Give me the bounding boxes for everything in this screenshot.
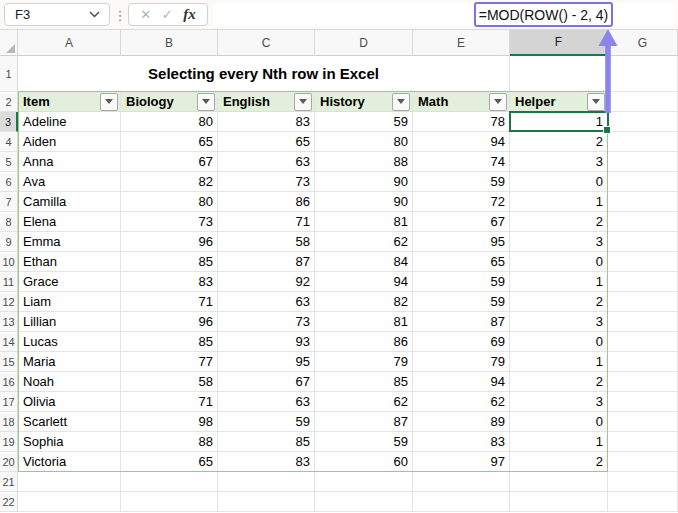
filter-button-english[interactable] bbox=[294, 93, 312, 111]
cell-A20[interactable]: Victoria bbox=[18, 452, 121, 472]
cell-G20[interactable] bbox=[608, 452, 678, 472]
cell-F11[interactable]: 1 bbox=[510, 272, 608, 292]
filter-button-biology[interactable] bbox=[197, 93, 215, 111]
cell-G17[interactable] bbox=[608, 392, 678, 412]
cell-B20[interactable]: 65 bbox=[121, 452, 218, 472]
column-header-A[interactable]: A bbox=[18, 30, 121, 56]
cell-G11[interactable] bbox=[608, 272, 678, 292]
cell-E8[interactable]: 67 bbox=[413, 212, 510, 232]
row-number-4[interactable]: 4 bbox=[0, 132, 18, 152]
cell-B12[interactable]: 71 bbox=[121, 292, 218, 312]
cell-C13[interactable]: 73 bbox=[218, 312, 315, 332]
cell-D4[interactable]: 80 bbox=[315, 132, 413, 152]
cell-A4[interactable]: Aiden bbox=[18, 132, 121, 152]
row-number-9[interactable]: 9 bbox=[0, 232, 18, 252]
cell-F18[interactable]: 0 bbox=[510, 412, 608, 432]
row-number-8[interactable]: 8 bbox=[0, 212, 18, 232]
cell-F21[interactable] bbox=[510, 472, 608, 492]
cell-D17[interactable]: 62 bbox=[315, 392, 413, 412]
cell-G18[interactable] bbox=[608, 412, 678, 432]
cell-F5[interactable]: 3 bbox=[510, 152, 608, 172]
header-cell-item[interactable]: Item bbox=[18, 92, 121, 112]
chevron-down-icon[interactable] bbox=[89, 11, 100, 18]
row-number-3[interactable]: 3 bbox=[0, 112, 18, 132]
cell-D19[interactable]: 59 bbox=[315, 432, 413, 452]
cell-G1[interactable] bbox=[608, 56, 678, 92]
row-number-20[interactable]: 20 bbox=[0, 452, 18, 472]
cell-F3[interactable]: 1 bbox=[510, 112, 608, 132]
filter-button-helper[interactable] bbox=[587, 93, 605, 111]
cell-G6[interactable] bbox=[608, 172, 678, 192]
column-header-C[interactable]: C bbox=[218, 30, 315, 56]
row-number-13[interactable]: 13 bbox=[0, 312, 18, 332]
cell-C12[interactable]: 63 bbox=[218, 292, 315, 312]
cell-D14[interactable]: 86 bbox=[315, 332, 413, 352]
cell-G13[interactable] bbox=[608, 312, 678, 332]
cell-A3[interactable]: Adeline bbox=[18, 112, 121, 132]
row-number-16[interactable]: 16 bbox=[0, 372, 18, 392]
cell-D3[interactable]: 59 bbox=[315, 112, 413, 132]
cell-F1[interactable] bbox=[510, 56, 608, 92]
cell-D12[interactable]: 82 bbox=[315, 292, 413, 312]
cell-B22[interactable] bbox=[121, 492, 218, 512]
cell-B15[interactable]: 77 bbox=[121, 352, 218, 372]
cell-C14[interactable]: 93 bbox=[218, 332, 315, 352]
cell-D11[interactable]: 94 bbox=[315, 272, 413, 292]
cell-E18[interactable]: 89 bbox=[413, 412, 510, 432]
filter-button-item[interactable] bbox=[100, 93, 118, 111]
cell-C4[interactable]: 65 bbox=[218, 132, 315, 152]
cell-A11[interactable]: Grace bbox=[18, 272, 121, 292]
cell-F13[interactable]: 3 bbox=[510, 312, 608, 332]
cell-E6[interactable]: 59 bbox=[413, 172, 510, 192]
cell-G5[interactable] bbox=[608, 152, 678, 172]
cell-B5[interactable]: 67 bbox=[121, 152, 218, 172]
cell-G21[interactable] bbox=[608, 472, 678, 492]
cell-F16[interactable]: 2 bbox=[510, 372, 608, 392]
cell-B17[interactable]: 71 bbox=[121, 392, 218, 412]
cell-B14[interactable]: 85 bbox=[121, 332, 218, 352]
cell-C10[interactable]: 87 bbox=[218, 252, 315, 272]
row-number-6[interactable]: 6 bbox=[0, 172, 18, 192]
cell-B4[interactable]: 65 bbox=[121, 132, 218, 152]
cell-C19[interactable]: 85 bbox=[218, 432, 315, 452]
cell-A21[interactable] bbox=[18, 472, 121, 492]
cell-A22[interactable] bbox=[18, 492, 121, 512]
cell-D21[interactable] bbox=[315, 472, 413, 492]
cell-A13[interactable]: Lillian bbox=[18, 312, 121, 332]
cell-D8[interactable]: 81 bbox=[315, 212, 413, 232]
select-all-corner[interactable] bbox=[0, 30, 18, 56]
column-header-E[interactable]: E bbox=[413, 30, 510, 56]
cell-D6[interactable]: 90 bbox=[315, 172, 413, 192]
cell-A14[interactable]: Lucas bbox=[18, 332, 121, 352]
cell-C9[interactable]: 58 bbox=[218, 232, 315, 252]
cell-A6[interactable]: Ava bbox=[18, 172, 121, 192]
row-number-5[interactable]: 5 bbox=[0, 152, 18, 172]
cell-B18[interactable]: 98 bbox=[121, 412, 218, 432]
cell-B21[interactable] bbox=[121, 472, 218, 492]
column-header-G[interactable]: G bbox=[608, 30, 678, 56]
cell-D16[interactable]: 85 bbox=[315, 372, 413, 392]
cell-C18[interactable]: 59 bbox=[218, 412, 315, 432]
cell-E4[interactable]: 94 bbox=[413, 132, 510, 152]
cell-E7[interactable]: 72 bbox=[413, 192, 510, 212]
column-header-B[interactable]: B bbox=[121, 30, 218, 56]
cell-E19[interactable]: 83 bbox=[413, 432, 510, 452]
row-number-7[interactable]: 7 bbox=[0, 192, 18, 212]
cell-F12[interactable]: 2 bbox=[510, 292, 608, 312]
cell-A5[interactable]: Anna bbox=[18, 152, 121, 172]
cell-E15[interactable]: 79 bbox=[413, 352, 510, 372]
name-box[interactable]: F3 bbox=[4, 3, 110, 26]
cell-C11[interactable]: 92 bbox=[218, 272, 315, 292]
header-cell-math[interactable]: Math bbox=[413, 92, 510, 112]
cell-B3[interactable]: 80 bbox=[121, 112, 218, 132]
cell-A17[interactable]: Olivia bbox=[18, 392, 121, 412]
header-cell-english[interactable]: English bbox=[218, 92, 315, 112]
cell-B11[interactable]: 83 bbox=[121, 272, 218, 292]
row-number-2[interactable]: 2 bbox=[0, 92, 18, 112]
cell-C21[interactable] bbox=[218, 472, 315, 492]
cell-D20[interactable]: 60 bbox=[315, 452, 413, 472]
cell-A15[interactable]: Maria bbox=[18, 352, 121, 372]
cell-F7[interactable]: 1 bbox=[510, 192, 608, 212]
cell-F8[interactable]: 2 bbox=[510, 212, 608, 232]
cell-G19[interactable] bbox=[608, 432, 678, 452]
